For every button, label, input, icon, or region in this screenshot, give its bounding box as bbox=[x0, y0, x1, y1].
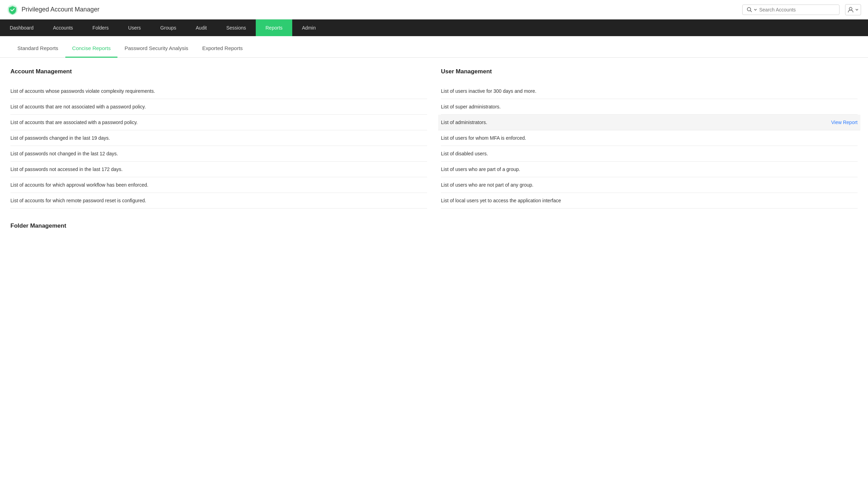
view-report-link[interactable]: View Report bbox=[831, 120, 858, 125]
app-header: Privileged Account Manager bbox=[0, 0, 868, 19]
nav-item-groups[interactable]: Groups bbox=[150, 19, 186, 36]
tab-standard-reports[interactable]: Standard Reports bbox=[10, 40, 65, 58]
list-item[interactable]: List of local users yet to access the ap… bbox=[441, 193, 858, 209]
nav-item-reports[interactable]: Reports bbox=[256, 19, 292, 36]
account-management-title: Account Management bbox=[10, 68, 427, 75]
folder-management-title: Folder Management bbox=[10, 222, 858, 229]
list-item[interactable]: List of accounts for which approval work… bbox=[10, 177, 427, 193]
folder-management-section: Folder Management bbox=[10, 222, 858, 229]
list-item[interactable]: List of users who are part of a group. bbox=[441, 162, 858, 177]
two-column-layout: Account Management List of accounts whos… bbox=[10, 68, 858, 209]
svg-point-3 bbox=[849, 7, 852, 10]
content-area: Account Management List of accounts whos… bbox=[0, 58, 868, 248]
list-item[interactable]: List of users who are not part of any gr… bbox=[441, 177, 858, 193]
nav-item-admin[interactable]: Admin bbox=[292, 19, 326, 36]
list-item[interactable]: List of super administrators. bbox=[441, 99, 858, 115]
list-item[interactable]: List of accounts that are associated wit… bbox=[10, 115, 427, 130]
user-menu-button[interactable] bbox=[845, 4, 861, 15]
logo-icon bbox=[7, 4, 18, 15]
list-item[interactable]: List of accounts whose passwords violate… bbox=[10, 83, 427, 99]
nav-item-audit[interactable]: Audit bbox=[186, 19, 216, 36]
user-management-title: User Management bbox=[441, 68, 858, 75]
list-item[interactable]: List of users for whom MFA is enforced. bbox=[441, 130, 858, 146]
search-input[interactable] bbox=[759, 7, 835, 13]
nav-item-folders[interactable]: Folders bbox=[83, 19, 118, 36]
tab-concise-reports[interactable]: Concise Reports bbox=[65, 40, 118, 58]
list-item[interactable]: List of users inactive for 300 days and … bbox=[441, 83, 858, 99]
tabs-bar: Standard Reports Concise Reports Passwor… bbox=[0, 40, 868, 58]
main-nav: Dashboard Accounts Folders Users Groups … bbox=[0, 19, 868, 36]
search-icon[interactable] bbox=[747, 7, 757, 13]
nav-item-sessions[interactable]: Sessions bbox=[216, 19, 256, 36]
tab-password-security[interactable]: Password Security Analysis bbox=[117, 40, 195, 58]
header-right bbox=[742, 4, 861, 15]
search-dropdown-icon[interactable] bbox=[754, 8, 757, 11]
list-item[interactable]: List of accounts that are not associated… bbox=[10, 99, 427, 115]
nav-item-users[interactable]: Users bbox=[118, 19, 151, 36]
account-management-section: Account Management List of accounts whos… bbox=[10, 68, 427, 209]
app-title: Privileged Account Manager bbox=[22, 6, 99, 13]
user-dropdown-icon bbox=[855, 8, 859, 11]
tab-exported-reports[interactable]: Exported Reports bbox=[195, 40, 250, 58]
svg-line-2 bbox=[751, 10, 752, 12]
list-item[interactable]: List of passwords not changed in the las… bbox=[10, 146, 427, 162]
nav-item-accounts[interactable]: Accounts bbox=[43, 19, 83, 36]
user-management-section: User Management List of users inactive f… bbox=[441, 68, 858, 209]
list-item[interactable]: List of disabled users. bbox=[441, 146, 858, 162]
list-item[interactable]: List of passwords changed in the last 19… bbox=[10, 130, 427, 146]
app-logo: Privileged Account Manager bbox=[7, 4, 99, 15]
list-item[interactable]: List of passwords not accessed in the la… bbox=[10, 162, 427, 177]
search-bar[interactable] bbox=[742, 5, 840, 15]
nav-item-dashboard[interactable]: Dashboard bbox=[0, 19, 43, 36]
list-item-highlighted[interactable]: List of administrators. View Report bbox=[438, 115, 860, 130]
list-item[interactable]: List of accounts for which remote passwo… bbox=[10, 193, 427, 209]
